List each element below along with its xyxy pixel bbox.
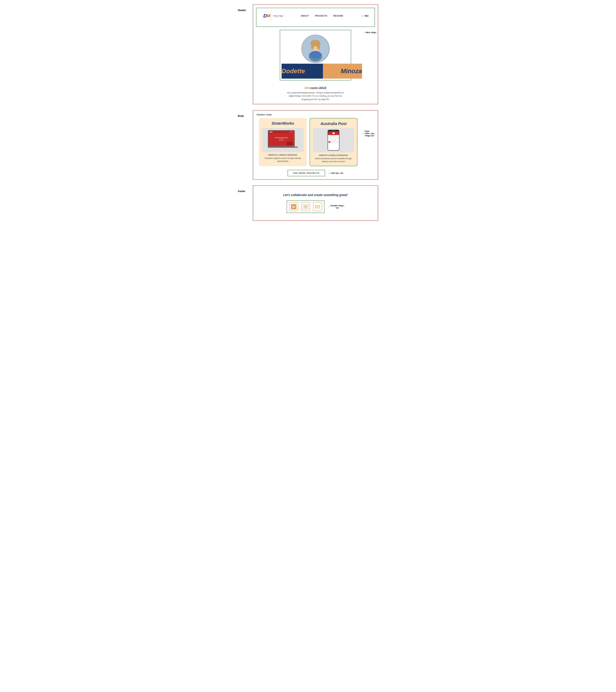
see-more-annotation-text: Link <p>, <a> xyxy=(331,172,343,174)
nav-links: ABOUT PROJECTS RESUME xyxy=(301,15,343,17)
body-content: <Section> Cards SisterWorks xyxy=(253,110,378,182)
header-label: Header xyxy=(238,4,250,12)
logo-text: <img> logo xyxy=(273,15,283,17)
svg-point-5 xyxy=(317,44,320,49)
nav-green-border: D M <img> logo ABOUT PROJECTS RESUME → xyxy=(256,8,375,27)
hero-img-label: Hero <img> xyxy=(366,31,376,34)
footer-red-border: Let's collaborate and create something g… xyxy=(253,186,378,221)
hero-image-wrapper xyxy=(282,31,349,64)
laptop-hero-content: #WORKEMPOWERWOMEN Donate today! xyxy=(275,137,288,141)
body-red-border: <Section> Cards SisterWorks xyxy=(253,110,378,179)
svg-point-6 xyxy=(310,51,321,59)
socials-and-annotation: in xyxy=(259,200,372,213)
svg-rect-14 xyxy=(316,206,320,208)
page-layout: Header D M <img> logo ABOUT xyxy=(238,4,378,227)
phone-header xyxy=(328,131,339,135)
socials-annotation-text: Socials <img>,<a> xyxy=(331,204,344,209)
nav-bar: D M <img> logo ABOUT PROJECTS RESUME → xyxy=(259,10,371,22)
header-red-border: D M <img> logo ABOUT PROJECTS RESUME → xyxy=(253,4,378,104)
card-arrow: → xyxy=(362,132,364,135)
phone-promo-label: Promo xyxy=(331,142,332,142)
logo-dm: D M xyxy=(262,11,271,20)
uiux-text: UI/UX xyxy=(319,86,326,90)
laptop-hero-headline: #WORKEMPOWERWOMEN xyxy=(275,137,288,138)
card-australia-post-image: Delivering the goods Save $10 on your $1… xyxy=(313,128,354,152)
hero-left: Dodette xyxy=(282,64,323,79)
hero-img-arrow: → xyxy=(363,31,365,34)
laptop-mockup: #WORKEMPOWERWOMEN Donate today! xyxy=(268,130,298,150)
card-sisterworks-image: #WORKEMPOWERWOMEN Donate today! xyxy=(262,128,304,152)
cards-and-annotation: SisterWorks xyxy=(256,118,375,166)
card-australia-post-title: Australia Post xyxy=(313,122,354,126)
hero-banner: Dodette Minoza xyxy=(282,64,349,79)
laptop-hands-img xyxy=(287,142,293,146)
phone-img-placeholder xyxy=(328,136,339,139)
see-more-annotation-area: → Link <p>, <a> xyxy=(328,172,343,174)
instagram-link[interactable] xyxy=(301,202,310,211)
card-sisterworks-desc: Empower migrant women through training o… xyxy=(262,157,304,163)
hero-right: Minoza xyxy=(323,64,362,79)
laptop-navbar xyxy=(269,131,294,133)
cards-container: SisterWorks xyxy=(256,118,360,166)
nav-annotation-text: Nav xyxy=(365,15,368,17)
hero-description: As a seasoned people person, I bring a u… xyxy=(285,91,345,101)
email-link[interactable] xyxy=(313,202,322,211)
logo-letter-m: M xyxy=(267,14,270,18)
section-cards-label: <Section> Cards xyxy=(256,113,375,116)
nav-resume[interactable]: RESUME xyxy=(333,15,343,17)
header-content: D M <img> logo ABOUT PROJECTS RESUME → xyxy=(253,4,378,107)
hr-text: HR xyxy=(304,86,309,90)
svg-rect-13 xyxy=(315,204,320,209)
phone-content: Delivering the goods Save $10 on your $1… xyxy=(328,135,339,150)
social-icons: in xyxy=(289,202,322,211)
card-sisterworks-tag: WEBSITE & MOBILE REDESIGN xyxy=(262,154,304,156)
socials-annotation-area: → Socials <img>,<a> xyxy=(327,204,344,209)
phone-logo xyxy=(333,132,335,134)
card-australia-post-tag: WEBSITE & MOBILE REDESIGN xyxy=(313,154,354,156)
linkedin-link[interactable]: in xyxy=(289,202,298,211)
body-labeled-section: Body <Section> Cards SisterWorks xyxy=(238,110,378,182)
hero-first-name: Dodette xyxy=(282,68,305,75)
laptop-screen: #WORKEMPOWERWOMEN Donate today! xyxy=(268,130,295,147)
svg-point-11 xyxy=(305,206,306,208)
nav-projects[interactable]: PROJECTS xyxy=(315,15,327,17)
hero-person-svg xyxy=(302,35,329,62)
svg-point-4 xyxy=(311,44,314,49)
email-icon xyxy=(315,204,320,209)
instagram-icon xyxy=(303,204,308,209)
svg-point-12 xyxy=(306,206,307,206)
footer-content: Let's collaborate and create something g… xyxy=(253,186,378,224)
nav-arrow: → xyxy=(361,14,363,18)
hero-img-annotation: → Hero <img> xyxy=(363,31,376,34)
header-labeled-section: Header D M <img> logo ABOUT xyxy=(238,4,378,107)
svg-rect-9 xyxy=(303,204,308,209)
footer-labeled-section: Footer Let's collaborate and create some… xyxy=(238,186,378,224)
phone-promo-text: Save $10 on your $100 order xyxy=(328,140,339,140)
phone-promo-card: Promo xyxy=(328,141,339,143)
phone-notch xyxy=(331,130,336,131)
footer-label: Footer xyxy=(238,186,250,193)
linkedin-icon: in xyxy=(291,204,296,209)
nav-about[interactable]: ABOUT xyxy=(301,15,309,17)
laptop-screen-content: #WORKEMPOWERWOMEN Donate today! xyxy=(268,131,294,146)
footer-socials-wrapper: in xyxy=(287,200,324,213)
socials-arrow: → xyxy=(327,206,330,208)
meets-text: meets xyxy=(310,86,319,90)
see-more-button[interactable]: SEE MORE PROJECTS xyxy=(288,170,325,176)
card-australia-post: Australia Post xyxy=(310,118,357,166)
card-australia-post-desc: Build connections across Australia throu… xyxy=(313,157,354,163)
card-annotation-text: Card<div>, <p>,<img>,<a> xyxy=(365,130,375,137)
logo-area: D M <img> logo xyxy=(262,11,283,20)
hero-tagline: HR meets UI/UX xyxy=(256,86,375,90)
footer-title: Let's collaborate and create something g… xyxy=(259,193,372,197)
footer-inner: Let's collaborate and create something g… xyxy=(256,189,375,217)
card-sisterworks: SisterWorks xyxy=(259,118,307,166)
laptop-hero: #WORKEMPOWERWOMEN Donate today! xyxy=(269,133,294,146)
hero-green-border: Dodette Minoza xyxy=(280,30,351,80)
phone-mockup: Delivering the goods Save $10 on your $1… xyxy=(327,130,339,151)
laptop-hero-sub: Donate today! xyxy=(275,138,288,139)
hero-area: → Hero <img> xyxy=(256,30,375,80)
laptop-base xyxy=(268,147,298,148)
hero-subtitle: HR meets UI/UX As a seasoned people pers… xyxy=(256,86,375,101)
laptop-nav-logo xyxy=(270,132,273,132)
